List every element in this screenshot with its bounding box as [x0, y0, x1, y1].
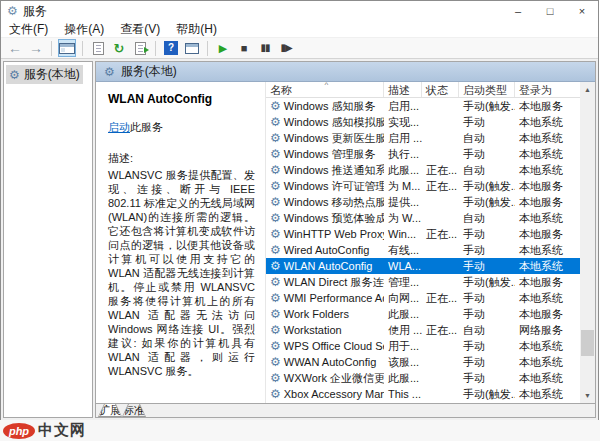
table-row[interactable]: ⚙ Windows 推送通知系统服务 此服... 正在... 自动 本地系统 — [266, 162, 580, 178]
properties-button[interactable] — [89, 39, 107, 57]
start-service-link[interactable]: 启动 — [108, 121, 130, 133]
column-header-description[interactable]: 描述 — [384, 82, 422, 97]
restart-service-icon[interactable]: ▮▶ — [277, 39, 295, 57]
service-gear-icon: ⚙ — [270, 228, 281, 240]
window-icon — [185, 43, 199, 54]
vertical-scrollbar[interactable]: ▲ ▼ — [580, 82, 595, 403]
table-row[interactable]: ⚙ WLAN Direct 服务连接管... 管理... 手动(触发... 本地… — [266, 274, 580, 290]
menu-item-help[interactable]: 帮助(H) — [168, 21, 225, 37]
table-row[interactable]: ⚙ Windows 预览体验成员服务 为 W... 自动 本地系统 — [266, 210, 580, 226]
scrollbar-thumb[interactable] — [581, 330, 594, 356]
cell-startup-type: 自动 — [459, 131, 515, 146]
stop-service-icon[interactable]: ■ — [235, 39, 253, 57]
service-gear-icon: ⚙ — [270, 116, 281, 128]
maximize-button[interactable]: □ — [534, 1, 566, 21]
scroll-down-icon[interactable]: ▼ — [580, 388, 595, 403]
cell-name: ⚙ WMI Performance Adapt... — [266, 292, 384, 304]
window-controls: – □ × — [502, 1, 598, 21]
table-row[interactable]: ⚙ Windows 感知模拟服务 实现... 手动 本地系统 — [266, 114, 580, 130]
pause-service-icon[interactable]: ▮▮ — [256, 39, 274, 57]
table-row[interactable]: ⚙ Workstation 使用 ... 正在... 自动 网络服务 — [266, 322, 580, 338]
cell-status: 正在... — [422, 179, 459, 194]
menu-item-file[interactable]: 文件(F) — [1, 21, 56, 37]
back-icon[interactable]: ← — [6, 39, 24, 57]
column-header-status[interactable]: 状态 — [422, 82, 459, 97]
cell-logon-as: 本地系统 — [515, 259, 571, 274]
cell-logon-as: 本地服务 — [515, 195, 571, 210]
selected-service-name: WLAN AutoConfig — [108, 92, 255, 106]
cell-startup-type: 手动 — [459, 227, 515, 242]
service-gear-icon: ⚙ — [270, 132, 281, 144]
menubar: 文件(F) 操作(A) 查看(V) 帮助(H) — [1, 21, 598, 38]
services-table: 名称 ^ 描述 状态 启动类型 登录为 ⚙ Windows 感知服务 启用... — [266, 82, 580, 403]
cell-description: 提供... — [384, 195, 422, 210]
show-console-tree-button[interactable] — [58, 39, 76, 57]
table-row[interactable]: ⚙ Windows 管理服务 执行... 手动 本地系统 — [266, 146, 580, 162]
minimize-button[interactable]: – — [502, 1, 534, 21]
table-row[interactable]: ⚙ Windows 更新医生服务 启用 ... 自动 本地系统 — [266, 130, 580, 146]
new-window-button[interactable] — [183, 39, 201, 57]
column-header-logon-as[interactable]: 登录为 — [515, 82, 571, 97]
table-row[interactable]: ⚙ Windows 感知服务 启用... 手动(触发... 本地服务 — [266, 98, 580, 114]
menu-item-view[interactable]: 查看(V) — [112, 21, 168, 37]
refresh-icon[interactable]: ↻ — [110, 39, 128, 57]
table-row[interactable]: ⚙ WLAN AutoConfig WLA... 手动 本地系统 — [266, 258, 580, 274]
service-gear-icon: ⚙ — [270, 356, 281, 368]
cell-name: ⚙ Work Folders — [266, 308, 384, 320]
cell-name: ⚙ WXWork 企业微信更新服务 — [266, 371, 384, 386]
service-gear-icon: ⚙ — [270, 276, 281, 288]
toolbar: ← → ↻ ? ▶ ■ ▮▮ ▮▶ — [1, 38, 598, 59]
tab-extended[interactable]: 扩展 — [98, 404, 122, 417]
services-pane: ⚙ 服务(本地) WLAN AutoConfig 启动此服务 描述: WLANS… — [95, 61, 596, 418]
table-row[interactable]: ⚙ Xbox Accessory Manage... This ... 手动(触… — [266, 386, 580, 402]
table-row[interactable]: ⚙ Work Folders 此服... 手动 本地服务 — [266, 306, 580, 322]
service-gear-icon: ⚙ — [270, 212, 281, 224]
cell-logon-as: 本地服务 — [515, 227, 571, 242]
cell-logon-as: 网络服务 — [515, 323, 571, 338]
table-row[interactable]: ⚙ WWAN AutoConfig 该服... 手动 本地系统 — [266, 354, 580, 370]
cell-description: 用于... — [384, 339, 422, 354]
menu-item-action[interactable]: 操作(A) — [56, 21, 112, 37]
table-row[interactable]: ⚙ Windows 移动热点服务 提供... 手动(触发... 本地服务 — [266, 194, 580, 210]
table-row[interactable]: ⚙ WMI Performance Adapt... 向网... 正在... 手… — [266, 290, 580, 306]
help-button[interactable]: ? — [162, 39, 180, 57]
table-row[interactable]: ⚙ Wired AutoConfig 有线... 手动 本地系统 — [266, 242, 580, 258]
cell-status: 正在... — [422, 291, 459, 306]
screenshot: ⚙ 服务 – □ × 文件(F) 操作(A) 查看(V) 帮助(H) ← → ↻… — [0, 0, 600, 441]
table-row[interactable]: ⚙ WXWork 企业微信更新服务 此服... 手动 本地系统 — [266, 370, 580, 386]
scroll-up-icon[interactable]: ▲ — [580, 82, 595, 97]
cell-name: ⚙ Windows 移动热点服务 — [266, 195, 384, 210]
cell-startup-type: 手动(触发... — [459, 195, 515, 210]
watermark: php 中文网 — [0, 420, 600, 441]
cell-description: 为 W... — [384, 211, 422, 226]
cell-logon-as: 本地服务 — [515, 179, 571, 194]
column-header-name[interactable]: 名称 ^ — [266, 82, 384, 97]
tree-item-services-local[interactable]: ⚙ 服务(本地) — [6, 65, 83, 84]
window-title: 服务 — [23, 3, 47, 20]
tree-item-label: 服务(本地) — [24, 66, 80, 83]
cell-description: WLA... — [384, 260, 422, 272]
cell-logon-as: 本地系统 — [515, 371, 571, 386]
tab-standard[interactable]: 标准 — [122, 404, 146, 417]
cell-logon-as: 本地系统 — [515, 147, 571, 162]
cell-startup-type: 手动(触发... — [459, 99, 515, 114]
cell-startup-type: 自动 — [459, 211, 515, 226]
forward-icon[interactable]: → — [27, 39, 45, 57]
start-service-icon[interactable]: ▶ — [214, 39, 232, 57]
export-list-button[interactable] — [131, 39, 149, 57]
close-button[interactable]: × — [566, 1, 598, 21]
service-gear-icon: ⚙ — [270, 164, 281, 176]
table-row[interactable]: ⚙ WPS Office Cloud Service 用于... 手动 本地系统 — [266, 338, 580, 354]
table-row[interactable]: ⚙ Windows 许可证管理器服务 为 M... 正在... 手动(触发...… — [266, 178, 580, 194]
table-row[interactable]: ⚙ WinHTTP Web Proxy Aut... Win... 正在... … — [266, 226, 580, 242]
cell-status: 正在... — [422, 163, 459, 178]
cell-status: 正在... — [422, 227, 459, 242]
cell-description: 向网... — [384, 291, 422, 306]
toolbar-separator — [155, 41, 156, 56]
cell-description: 使用 ... — [384, 323, 422, 338]
scrollbar-track[interactable] — [580, 97, 595, 388]
cell-description: 有线... — [384, 243, 422, 258]
titlebar[interactable]: ⚙ 服务 – □ × — [1, 1, 598, 21]
service-action: 启动此服务 — [108, 120, 255, 135]
column-header-startup-type[interactable]: 启动类型 — [459, 82, 515, 97]
